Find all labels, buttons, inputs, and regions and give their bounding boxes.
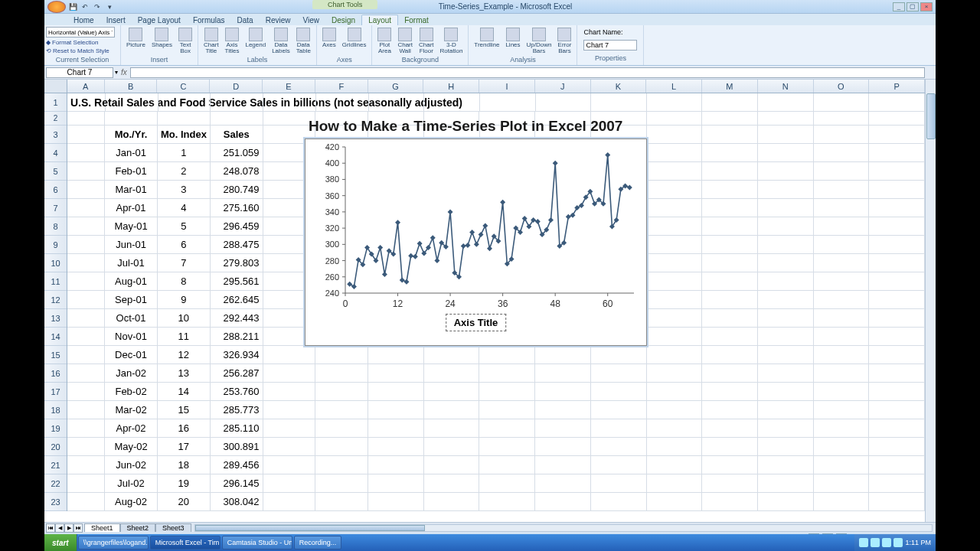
cell-C3[interactable]: Mo. Index [158,126,211,144]
trendline-button[interactable]: Trendline [472,27,501,49]
row-header-4[interactable]: 4 [44,144,67,162]
select-all-corner[interactable] [44,80,67,93]
cell-I23[interactable] [479,493,535,511]
cell-B9[interactable]: Jun-01 [105,236,158,254]
cell-G18[interactable] [368,401,424,419]
cell-P3[interactable] [869,126,925,144]
cell-D22[interactable]: 296.145 [211,474,263,493]
cell-P9[interactable] [869,236,925,254]
column-header-P[interactable]: P [869,80,925,93]
column-header-H[interactable]: H [423,80,479,93]
cell-P6[interactable] [869,181,925,199]
start-button[interactable]: start [44,534,77,551]
cell-I15[interactable] [479,346,535,364]
cell-O16[interactable] [814,364,870,383]
ribbon-tab-page-layout[interactable]: Page Layout [132,15,187,25]
cell-A22[interactable] [67,474,105,493]
cell-C15[interactable]: 12 [158,346,211,364]
cell-N6[interactable] [758,181,814,199]
cell-P12[interactable] [869,291,925,309]
cell-P16[interactable] [869,364,925,383]
cell-J15[interactable] [535,346,591,364]
cell-O1[interactable] [814,93,870,112]
cell-O7[interactable] [814,199,870,217]
cell-P5[interactable] [869,162,925,181]
cell-K15[interactable] [591,346,647,364]
cell-B5[interactable]: Feb-01 [105,162,158,181]
cell-A16[interactable] [67,364,105,383]
cell-H20[interactable] [424,438,480,456]
cell-O14[interactable] [814,328,870,346]
ribbon-tab-home[interactable]: Home [67,15,100,25]
undo-icon[interactable]: ↶ [80,2,90,12]
cell-C7[interactable]: 4 [158,199,211,217]
cell-L1[interactable] [647,93,703,112]
cell-I20[interactable] [479,438,535,456]
cell-E15[interactable] [263,346,316,364]
cell-N20[interactable] [758,438,814,456]
cell-A17[interactable] [67,383,105,401]
cell-K22[interactable] [591,474,647,493]
plot-area-button[interactable]: PlotArea [375,27,394,55]
cell-G22[interactable] [368,474,424,493]
textbox-button[interactable]: TextBox [176,27,194,55]
horizontal-scroll-thumb[interactable] [195,525,425,531]
cell-O13[interactable] [814,309,870,328]
cell-O10[interactable] [814,254,870,272]
row-header-11[interactable]: 11 [44,272,67,291]
cell-O19[interactable] [814,419,870,438]
cell-P1[interactable] [869,93,925,112]
cell-D7[interactable]: 275.160 [211,199,263,217]
legend-button[interactable]: Legend [243,27,268,49]
cell-F20[interactable] [315,438,368,456]
cell-C21[interactable]: 18 [158,456,211,474]
cell-K19[interactable] [591,419,647,438]
cell-O11[interactable] [814,272,870,291]
cell-P22[interactable] [869,474,925,493]
cell-P23[interactable] [869,493,925,511]
cell-H18[interactable] [424,401,480,419]
cell-F19[interactable] [315,419,368,438]
cell-D23[interactable]: 308.042 [211,493,263,511]
row-header-23[interactable]: 23 [44,493,67,511]
cell-K16[interactable] [591,364,647,383]
cell-B17[interactable]: Feb-02 [105,383,158,401]
cell-D9[interactable]: 288.475 [211,236,263,254]
cell-J20[interactable] [535,438,591,456]
cell-P8[interactable] [869,217,925,236]
cell-G1[interactable] [369,93,425,112]
cell-M23[interactable] [702,493,758,511]
cell-B13[interactable]: Oct-01 [105,309,158,328]
taskbar-item[interactable]: Recording... [294,536,342,549]
cell-J16[interactable] [535,364,591,383]
cell-L3[interactable] [647,126,703,144]
cell-C13[interactable]: 10 [158,309,211,328]
cell-A9[interactable] [67,236,105,254]
cell-A21[interactable] [67,456,105,474]
taskbar-item[interactable]: Microsoft Excel - Tim... [150,536,220,549]
cell-C22[interactable]: 19 [158,474,211,493]
fx-icon[interactable]: fx [118,68,130,77]
cell-M1[interactable] [702,93,758,112]
cell-A7[interactable] [67,199,105,217]
cell-B8[interactable]: May-01 [105,217,158,236]
tab-nav-first[interactable]: ⏮ [46,523,55,533]
row-header-10[interactable]: 10 [44,254,67,272]
cell-E18[interactable] [263,401,316,419]
cell-J22[interactable] [535,474,591,493]
minimize-button[interactable]: _ [893,2,905,11]
error-bars-button[interactable]: ErrorBars [555,27,573,55]
cell-O20[interactable] [814,438,870,456]
cell-N12[interactable] [758,291,814,309]
cell-E20[interactable] [263,438,316,456]
cell-P4[interactable] [869,144,925,162]
shapes-button[interactable]: Shapes [149,27,175,49]
cell-L12[interactable] [647,291,703,309]
cell-O15[interactable] [814,346,870,364]
ribbon-tab-insert[interactable]: Insert [100,15,132,25]
cell-I18[interactable] [479,401,535,419]
cell-I21[interactable] [479,456,535,474]
column-header-C[interactable]: C [157,80,210,93]
ribbon-tab-design[interactable]: Design [325,15,361,25]
cell-O9[interactable] [814,236,870,254]
